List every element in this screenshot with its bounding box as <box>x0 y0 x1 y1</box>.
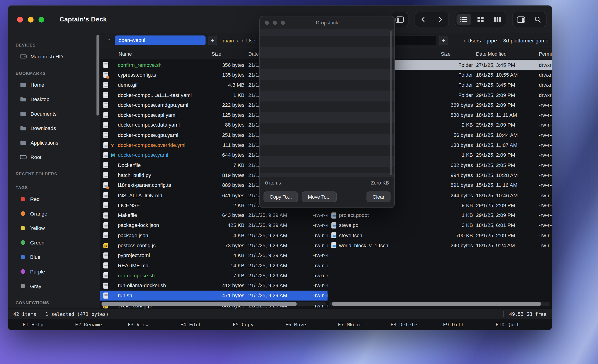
file-name: world_block_v_1.tscn <box>339 242 438 248</box>
zoom-button[interactable] <box>39 17 44 22</box>
sidebar-tag[interactable]: Orange <box>8 207 100 221</box>
file-date: 15/1/25, 2:05 PM <box>473 162 539 168</box>
file-row[interactable]: run.sh 471 bytes 21/1/25, 9:29 AM -rw-r-… <box>100 290 328 301</box>
add-tab-button[interactable]: + <box>208 36 217 45</box>
grid-view-button[interactable] <box>472 12 489 27</box>
sidebar-item-label: Home <box>31 82 44 88</box>
file-size: Folder <box>438 82 473 88</box>
file-row[interactable]: steve.tscn 700 KB 29/1/25, 2:09 PM -rw-r… <box>328 230 552 240</box>
scrollbar-thumb[interactable] <box>332 302 541 306</box>
breadcrumb-item[interactable]: › Users <box>461 38 481 43</box>
minimize-button[interactable] <box>28 17 33 22</box>
back-button[interactable] <box>415 12 432 27</box>
columns-view-button[interactable] <box>489 12 506 27</box>
function-key[interactable]: F2 Rename <box>75 322 127 327</box>
move-to-button[interactable]: Move To... <box>302 191 337 202</box>
function-key[interactable]: F5 Copy <box>233 322 285 327</box>
breadcrumb-item[interactable]: › jupe <box>481 38 497 43</box>
function-key[interactable]: F7 Mkdir <box>338 322 390 327</box>
dropstack-scrollbar[interactable] <box>390 31 392 175</box>
path-segment-field[interactable]: open-webui <box>115 36 206 45</box>
function-key[interactable]: F8 Delete <box>390 322 443 327</box>
file-row[interactable]: run-ollama-docker.sh 412 bytes 21/1/25, … <box>100 281 328 290</box>
clear-button[interactable]: Clear <box>366 191 390 202</box>
file-permissions: drwxr-xr-x <box>539 82 552 88</box>
search-button[interactable] <box>529 12 546 27</box>
left-horizontal-scrollbar[interactable] <box>101 302 326 306</box>
view-mode-group <box>455 12 506 27</box>
file-size: Folder <box>438 62 473 68</box>
sidebar-item-bookmark[interactable]: Applications <box>8 135 100 150</box>
sidebar-item-bookmark[interactable]: Downloads <box>8 121 100 135</box>
column-header-permissions[interactable]: Permissions <box>539 51 552 57</box>
function-key[interactable]: F10 Quit <box>495 322 548 327</box>
sidebar-scrollbar[interactable] <box>97 35 99 116</box>
file-name: docker-compose.api.yaml <box>118 112 206 118</box>
column-header-size[interactable]: Size <box>438 51 473 57</box>
function-key[interactable]: F6 Move <box>285 322 338 327</box>
file-name: docker-compose.override.yml <box>118 142 206 148</box>
search-icon <box>534 16 541 23</box>
dropstack-buttons: Copy To... Move To... Clear <box>260 188 394 207</box>
file-row[interactable]: package.json 4 KB 21/1/25, 9:29 AM -rw-r… <box>100 230 328 240</box>
dropstack-item-count: 0 items <box>265 180 281 185</box>
file-size: 471 bytes <box>206 293 244 298</box>
panel-toggle-button[interactable] <box>513 12 529 27</box>
sidebar-tag[interactable]: Gray <box>8 279 100 293</box>
column-header-size[interactable]: Size <box>206 51 244 57</box>
sidebar-item-label: Downloads <box>31 125 56 131</box>
file-row[interactable]: run-compose.sh 7 KB 21/1/25, 9:29 AM -rw… <box>100 271 328 281</box>
sidebar-item-bookmark[interactable]: Desktop <box>8 92 100 107</box>
column-header-name[interactable]: Name <box>118 51 206 57</box>
desktop: Captain's Deck <box>0 0 598 364</box>
file-row[interactable]: postcss.config.js 73 bytes 21/1/25, 9:29… <box>100 240 328 250</box>
file-row[interactable]: world_block_v_1.tscn 240 bytes 18/1/25, … <box>328 240 552 250</box>
file-icon <box>103 212 108 218</box>
function-key[interactable]: F4 Edit <box>180 322 233 327</box>
file-row[interactable]: README.md 14 KB 21/1/25, 9:29 AM -rw-r--… <box>100 260 328 271</box>
file-row[interactable]: pyproject.toml 4 KB 21/1/25, 9:29 AM -rw… <box>100 250 328 260</box>
breadcrumb-item[interactable]: › 3d-platformer-game <box>497 38 548 43</box>
file-date: 29/1/25, 2:09 PM <box>473 233 539 238</box>
scrollbar-thumb[interactable] <box>101 302 297 306</box>
file-row[interactable]: Makefile 643 bytes 21/1/25, 9:29 AM -rw-… <box>100 210 328 220</box>
sidebar-tag[interactable]: Green <box>8 235 100 250</box>
plus-icon: + <box>211 37 214 43</box>
sidebar-tag[interactable]: Yellow <box>8 221 100 235</box>
file-date: 21/1/25, 9:29 AM <box>244 293 312 298</box>
file-icon <box>103 243 108 248</box>
copy-to-button[interactable]: Copy To... <box>263 191 298 202</box>
file-name: cypress.config.ts <box>118 72 206 78</box>
sidebar-item-bookmark[interactable]: Root <box>8 150 100 165</box>
file-date: 18/1/25, 10:44 AM <box>473 132 539 138</box>
file-size: 244 bytes <box>438 192 473 198</box>
sidebar-tag[interactable]: Blue <box>8 250 100 264</box>
file-row[interactable]: package-lock.json 425 KB 21/1/25, 9:29 A… <box>100 220 328 230</box>
function-key[interactable]: F9 Diff <box>443 322 495 327</box>
forward-button[interactable] <box>432 12 448 27</box>
sidebar-tag[interactable]: Red <box>8 192 100 207</box>
item-icon <box>19 96 27 102</box>
right-horizontal-scrollbar[interactable] <box>330 302 550 306</box>
file-icon <box>331 242 336 248</box>
sidebar-item-label: Applications <box>31 140 58 146</box>
file-size: 73 bytes <box>206 242 244 248</box>
sidebar-item-bookmark[interactable]: Home <box>8 77 100 92</box>
column-header-date-modified[interactable]: Date Modified <box>473 51 539 57</box>
file-row[interactable]: steve.gd 3 KB 18/1/25, 6:01 PM -rw-r--r-… <box>328 220 552 230</box>
function-key[interactable]: F3 View <box>128 322 180 327</box>
file-name: LICENSE <box>118 203 206 208</box>
file-date: 21/1/25, 9:29 AM <box>244 223 312 228</box>
sidebar-item-bookmark[interactable]: Documents <box>8 107 100 121</box>
sidebar-item-device[interactable]: Macintosh HD <box>8 49 100 64</box>
file-permissions: -rwxr-xr-x <box>312 273 328 278</box>
up-directory-button[interactable]: ↑ <box>103 37 115 44</box>
list-view-button[interactable] <box>457 14 471 25</box>
file-row[interactable]: project.godot 1 KB 29/1/25, 2:09 PM -rw-… <box>328 210 552 220</box>
file-size: 700 KB <box>438 233 473 238</box>
function-key[interactable]: F1 Help <box>23 322 75 327</box>
file-permissions: -rw-r--r-- <box>539 173 552 178</box>
close-button[interactable] <box>17 17 23 22</box>
sidebar-tag[interactable]: Purple <box>8 264 100 279</box>
add-tab-button[interactable]: + <box>439 36 448 45</box>
